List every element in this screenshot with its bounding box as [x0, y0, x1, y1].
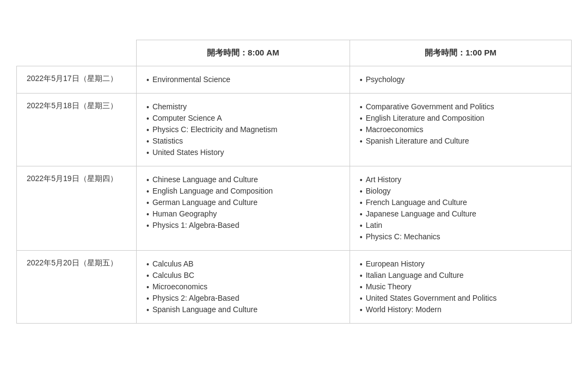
- subject-label: English Literature and Composition: [366, 114, 485, 122]
- table-row: 2022年5月17日（星期二）•Environmental Science•Ps…: [17, 66, 572, 93]
- subject-label: French Language and Culture: [366, 198, 467, 207]
- list-item: •English Language and Composition: [146, 185, 340, 197]
- subject-label: Microeconomics: [152, 282, 207, 291]
- subject-label: Latin: [366, 221, 382, 229]
- bullet-icon: •: [360, 283, 363, 291]
- pm-cell-0: •Psychology: [350, 66, 571, 93]
- bullet-icon: •: [360, 260, 363, 269]
- subject-label: Calculus AB: [152, 259, 193, 268]
- bullet-icon: •: [146, 126, 149, 134]
- bullet-icon: •: [360, 114, 363, 123]
- subject-label: Statistics: [152, 137, 183, 145]
- list-item: •Macroeconomics: [360, 124, 561, 135]
- date-cell-0: 2022年5月17日（星期二）: [17, 66, 137, 93]
- table-row: 2022年5月18日（星期三）•Chemistry•Computer Scien…: [17, 93, 572, 166]
- list-item: •Comparative Government and Politics: [360, 101, 561, 113]
- list-item: •Statistics: [146, 135, 340, 147]
- subject-label: Physics C: Mechanics: [366, 232, 440, 241]
- subject-label: Physics C: Electricity and Magnetism: [152, 125, 278, 134]
- list-item: •Microeconomics: [146, 281, 340, 293]
- subject-label: Biology: [366, 187, 391, 195]
- list-item: •Spanish Literature and Culture: [360, 135, 561, 147]
- bullet-icon: •: [360, 137, 363, 146]
- list-item: •Psychology: [360, 74, 561, 85]
- subject-label: Spanish Language and Culture: [152, 305, 258, 314]
- list-item: •United States Government and Politics: [360, 293, 561, 304]
- bullet-icon: •: [146, 271, 149, 280]
- date-cell-2: 2022年5月19日（星期四）: [17, 166, 137, 250]
- subject-label: Macroeconomics: [366, 125, 424, 134]
- subject-label: Chemistry: [152, 102, 187, 111]
- bullet-icon: •: [360, 210, 363, 219]
- page-wrapper: 開考時間：8:00 AM 開考時間：1:00 PM 2022年5月17日（星期二…: [0, 0, 588, 366]
- list-item: •Music Theory: [360, 281, 561, 293]
- bullet-icon: •: [360, 233, 363, 241]
- list-item: •Physics C: Electricity and Magnetism: [146, 124, 340, 135]
- bullet-icon: •: [360, 176, 363, 184]
- subject-label: European History: [366, 259, 425, 268]
- bullet-icon: •: [360, 126, 363, 134]
- table-row: 2022年5月19日（星期四）•Chinese Language and Cul…: [17, 166, 572, 250]
- bullet-icon: •: [360, 294, 363, 303]
- list-item: •Computer Science A: [146, 113, 340, 124]
- bullet-icon: •: [146, 198, 149, 207]
- am-cell-1: •Chemistry•Computer Science A•Physics C:…: [137, 93, 350, 166]
- list-item: •Calculus AB: [146, 258, 340, 270]
- subject-label: Art History: [366, 175, 401, 184]
- list-item: •Japanese Language and Culture: [360, 208, 561, 220]
- am-cell-3: •Calculus AB•Calculus BC•Microeconomics•…: [137, 250, 350, 323]
- subject-label: Japanese Language and Culture: [366, 209, 476, 218]
- subject-label: Human Geography: [152, 209, 217, 218]
- date-cell-1: 2022年5月18日（星期三）: [17, 93, 137, 166]
- list-item: •European History: [360, 258, 561, 270]
- list-item: •Physics 2: Algebra-Based: [146, 293, 340, 304]
- list-item: •Chemistry: [146, 101, 340, 113]
- list-item: •Chinese Language and Culture: [146, 174, 340, 185]
- bullet-icon: •: [360, 221, 363, 230]
- bullet-icon: •: [360, 198, 363, 207]
- list-item: •Spanish Language and Culture: [146, 304, 340, 315]
- list-item: •United States History: [146, 147, 340, 158]
- subject-label: Spanish Literature and Culture: [366, 137, 469, 145]
- bullet-icon: •: [146, 76, 149, 84]
- bullet-icon: •: [360, 187, 363, 196]
- subject-label: United States Government and Politics: [366, 294, 497, 302]
- bullet-icon: •: [360, 103, 363, 111]
- bullet-icon: •: [146, 210, 149, 219]
- date-cell-3: 2022年5月20日（星期五）: [17, 250, 137, 323]
- bullet-icon: •: [360, 271, 363, 280]
- bullet-icon: •: [146, 306, 149, 314]
- pm-cell-3: •European History•Italian Language and C…: [350, 250, 571, 323]
- list-item: •World History: Modern: [360, 304, 561, 315]
- subject-label: Computer Science A: [152, 114, 222, 122]
- list-item: •Italian Language and Culture: [360, 270, 561, 281]
- subject-label: Chinese Language and Culture: [152, 175, 258, 184]
- header-am: 開考時間：8:00 AM: [137, 40, 350, 66]
- bullet-icon: •: [146, 148, 149, 157]
- subject-label: Physics 2: Algebra-Based: [152, 294, 240, 302]
- list-item: •French Language and Culture: [360, 197, 561, 208]
- bullet-icon: •: [146, 137, 149, 146]
- pm-cell-1: •Comparative Government and Politics•Eng…: [350, 93, 571, 166]
- bullet-icon: •: [146, 260, 149, 269]
- list-item: •Human Geography: [146, 208, 340, 220]
- header-empty: [17, 40, 137, 66]
- subject-label: World History: Modern: [366, 305, 442, 314]
- subject-label: Environmental Science: [152, 75, 230, 84]
- list-item: •Biology: [360, 185, 561, 197]
- bullet-icon: •: [146, 283, 149, 291]
- list-item: •Environmental Science: [146, 74, 340, 85]
- subject-label: Music Theory: [366, 282, 412, 291]
- bullet-icon: •: [146, 103, 149, 111]
- bullet-icon: •: [146, 294, 149, 303]
- am-cell-2: •Chinese Language and Culture•English La…: [137, 166, 350, 250]
- subject-label: Italian Language and Culture: [366, 271, 464, 280]
- table-row: 2022年5月20日（星期五）•Calculus AB•Calculus BC•…: [17, 250, 572, 323]
- subject-label: English Language and Composition: [152, 187, 273, 195]
- bullet-icon: •: [146, 187, 149, 196]
- bullet-icon: •: [360, 306, 363, 314]
- subject-label: German Language and Culture: [152, 198, 258, 207]
- bullet-icon: •: [146, 114, 149, 123]
- subject-label: Psychology: [366, 75, 405, 84]
- bullet-icon: •: [146, 176, 149, 184]
